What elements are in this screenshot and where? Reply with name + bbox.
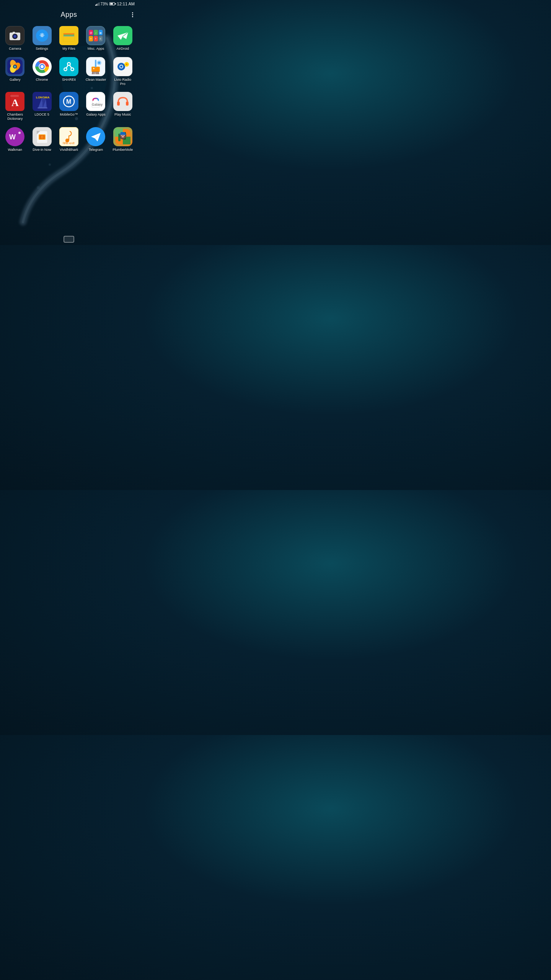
svg-rect-20 — [64, 33, 74, 34]
clock: 12:11 AM — [117, 2, 135, 6]
app-livioradio[interactable]: Livio Radio Pro — [110, 56, 135, 88]
settings-label: Settings — [36, 47, 48, 51]
svg-point-56 — [98, 62, 100, 64]
home-button[interactable] — [64, 236, 74, 243]
svg-line-51 — [97, 72, 98, 74]
svg-point-35 — [41, 65, 44, 68]
svg-point-61 — [126, 64, 127, 65]
svg-point-54 — [93, 68, 95, 69]
app-divein[interactable]: Dive-in Now — [29, 126, 54, 154]
telegram-icon — [86, 127, 105, 146]
airdroid-icon — [113, 26, 132, 45]
divein-icon — [33, 127, 52, 146]
plumber-label: PlumberMole — [112, 148, 133, 152]
svg-rect-80 — [126, 102, 128, 105]
myfiles-icon — [59, 26, 78, 45]
app-chambers[interactable]: A Chambers Dictionary — [2, 90, 28, 122]
cleanmaster-label: Clean Master — [86, 78, 106, 82]
shareit-label: SHAREit — [62, 78, 76, 82]
svg-point-42 — [68, 63, 70, 65]
svg-point-31 — [14, 65, 16, 68]
cleanmaster-icon — [86, 57, 105, 76]
mobilego-label: MobileGo™ — [60, 113, 78, 117]
playmusic-label: Play Music — [114, 113, 131, 117]
svg-rect-11 — [13, 32, 15, 33]
app-settings[interactable]: Settings — [29, 24, 54, 52]
miscapps-label: Misc. Apps — [88, 47, 104, 51]
svg-rect-79 — [117, 102, 119, 105]
app-ldoce[interactable]: LONGMAN LDOCE 5 — [29, 90, 54, 122]
battery-icon — [109, 2, 116, 5]
svg-text:Galaxy: Galaxy — [92, 103, 103, 106]
mobilego-icon: M — [59, 92, 78, 111]
myfiles-label: My Files — [62, 47, 75, 51]
camera-label: Camera — [9, 47, 21, 51]
svg-text:A: A — [11, 97, 19, 108]
walkman-icon: W — [5, 127, 24, 146]
svg-point-108 — [122, 136, 124, 137]
app-chrome[interactable]: Chrome — [29, 56, 54, 88]
app-galaxyapps[interactable]: Galaxy Galaxy Apps — [83, 90, 108, 122]
app-cleanmaster[interactable]: Clean Master — [83, 56, 108, 88]
svg-point-12 — [18, 33, 20, 34]
galaxyapps-icon: Galaxy — [86, 92, 105, 111]
livioradio-icon — [113, 57, 132, 76]
svg-text:विविध भारती: विविध भारती — [62, 142, 75, 144]
svg-text:M: M — [66, 98, 71, 105]
chambers-label: Chambers Dictionary — [4, 113, 26, 121]
more-options-button[interactable] — [132, 12, 133, 17]
signal-strength — [95, 2, 99, 6]
camera-icon — [5, 26, 24, 45]
svg-point-43 — [64, 68, 66, 70]
gallery-icon — [5, 57, 24, 76]
svg-point-16 — [41, 35, 42, 36]
app-airdroid[interactable]: AirDroid — [110, 24, 135, 52]
dot-1 — [132, 12, 133, 13]
svg-line-47 — [92, 72, 93, 74]
svg-line-50 — [96, 72, 96, 74]
app-playmusic[interactable]: Play Music — [110, 90, 135, 122]
svg-rect-36 — [62, 59, 76, 74]
app-header: Apps — [0, 8, 138, 21]
vividh-label: VividhBharti — [60, 148, 78, 152]
svg-point-10 — [14, 35, 16, 38]
app-shareit[interactable]: SHAREit — [56, 56, 82, 88]
app-grid: Camera Settings — [0, 21, 138, 157]
app-vividh[interactable]: विविध भारती VividhBharti — [56, 126, 82, 154]
svg-line-52 — [98, 72, 99, 74]
dot-2 — [132, 14, 133, 15]
svg-point-60 — [120, 65, 122, 68]
page-title: Apps — [60, 11, 77, 19]
app-miscapps[interactable]: @ ♪ ▦ 8 F E Misc. Apps — [83, 24, 108, 52]
playmusic-icon — [113, 92, 132, 111]
dot-3 — [132, 16, 133, 17]
telegram-label: Telegram — [89, 148, 103, 152]
svg-point-44 — [71, 68, 73, 70]
ldoce-label: LDOCE 5 — [34, 113, 49, 117]
status-icons: 73% 12:11 AM — [95, 2, 135, 6]
svg-point-4 — [49, 163, 51, 166]
app-walkman[interactable]: W Walkman — [2, 126, 28, 154]
chambers-icon: A — [5, 92, 24, 111]
ldoce-icon: LONGMAN — [33, 92, 52, 111]
divein-label: Dive-in Now — [33, 148, 51, 152]
app-mobilego[interactable]: M MobileGo™ — [56, 90, 82, 122]
gallery-label: Gallery — [10, 78, 21, 82]
app-gallery[interactable]: Gallery — [2, 56, 28, 88]
livioradio-label: Livio Radio Pro — [112, 78, 134, 86]
settings-icon — [33, 26, 52, 45]
svg-text:W: W — [9, 133, 16, 141]
svg-point-106 — [121, 135, 122, 136]
vividh-icon: विविध भारती — [59, 127, 78, 146]
app-telegram[interactable]: Telegram — [83, 126, 108, 154]
svg-rect-22 — [64, 36, 74, 36]
plumber-icon — [113, 127, 132, 146]
galaxyapps-label: Galaxy Apps — [86, 113, 106, 117]
miscapps-icon: @ ♪ ▦ 8 F E — [86, 26, 105, 45]
svg-point-83 — [18, 132, 21, 134]
bottom-bar — [0, 234, 138, 245]
app-plumber[interactable]: PlumberMole — [110, 126, 135, 154]
app-myfiles[interactable]: My Files — [56, 24, 82, 52]
app-camera[interactable]: Camera — [2, 24, 28, 52]
svg-rect-65 — [10, 95, 19, 97]
